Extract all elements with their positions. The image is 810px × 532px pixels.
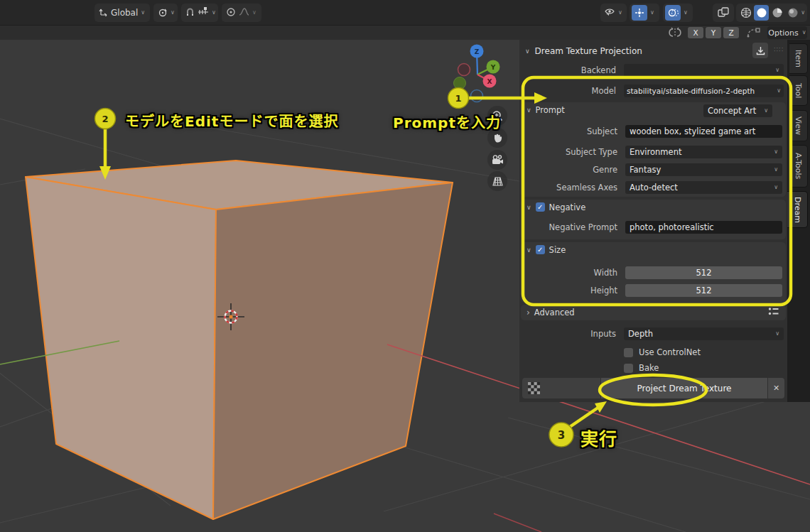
import-prompt-button[interactable]: [752, 43, 768, 58]
genre-label: Genre: [521, 165, 625, 175]
seamless-axes-dropdown[interactable]: Auto-detect ∨: [625, 181, 782, 194]
wireframe-shading-icon[interactable]: [738, 5, 753, 21]
proportional-circle-icon: [226, 7, 236, 19]
advanced-section-title: Advanced: [534, 308, 575, 317]
height-slider[interactable]: 512: [625, 284, 782, 297]
viewport-header: Global ∨ ∨ ∨ ∨ ∨ ∨: [0, 0, 810, 26]
object-visibility-dropdown[interactable]: ∨: [600, 4, 627, 22]
shading-mode-group: ∨: [736, 4, 807, 22]
preset-list-icon[interactable]: [768, 307, 779, 318]
download-icon: [756, 46, 765, 55]
toggle-orthographic-button[interactable]: [487, 171, 507, 191]
close-icon[interactable]: ✕: [768, 378, 784, 398]
inputs-row: Inputs Depth ∨: [519, 327, 787, 341]
bake-checkbox[interactable]: [624, 364, 633, 373]
options-dropdown[interactable]: Options ∨: [767, 26, 807, 39]
subject-type-dropdown[interactable]: Environment ∨: [625, 146, 782, 158]
prompt-section: ∨ Prompt Concept Art ∨ Subject wooden bo…: [521, 102, 786, 197]
proportional-editing-controls[interactable]: ∨: [222, 4, 261, 22]
pivot-point-dropdown[interactable]: ∨: [153, 4, 178, 22]
gizmo-negative-y-ball[interactable]: [454, 77, 466, 89]
options-label: Options: [768, 28, 798, 38]
chevron-down-icon: ∨: [775, 331, 779, 337]
eye-cursor-icon: [605, 7, 615, 18]
chevron-down-icon: ∨: [777, 88, 781, 94]
mirror-z-button[interactable]: Z: [723, 27, 739, 38]
tab-view[interactable]: View: [789, 110, 808, 141]
collapse-chevron-icon[interactable]: ∨: [525, 48, 530, 55]
camera-view-button[interactable]: [487, 150, 507, 170]
inputs-label: Inputs: [519, 329, 624, 339]
height-label: Height: [521, 286, 625, 295]
mirror-x-button[interactable]: X: [688, 27, 703, 38]
negative-section-title: Negative: [549, 202, 586, 212]
size-section: ∨ ✓ Size Width 512 Height 512: [521, 242, 786, 303]
backend-label: Backend: [519, 65, 624, 75]
pan-hand-button[interactable]: [487, 128, 507, 148]
overlays-icon[interactable]: [665, 5, 681, 21]
cube-left-face[interactable]: [26, 177, 216, 519]
rendered-shading-icon[interactable]: [785, 5, 800, 21]
snapping-controls[interactable]: ∨: [181, 4, 218, 22]
cube-right-face[interactable]: [213, 183, 453, 519]
dream-texture-panel: ∨ Dream Texture Projection ········ Back…: [519, 40, 787, 402]
gizmo-icon[interactable]: [632, 5, 647, 21]
mirror-y-button[interactable]: Y: [706, 27, 721, 38]
collapsed-chevron-icon[interactable]: ›: [526, 308, 530, 317]
pivot-icon: [158, 7, 168, 19]
use-controlnet-checkbox[interactable]: [624, 348, 633, 357]
subject-type-label: Subject Type: [521, 147, 625, 157]
collapse-chevron-icon[interactable]: ∨: [526, 107, 531, 114]
chevron-down-icon: ∨: [774, 185, 778, 190]
negative-checkbox[interactable]: ✓: [536, 202, 545, 212]
backend-dropdown[interactable]: ∨: [624, 64, 784, 77]
inputs-dropdown[interactable]: Depth ∨: [624, 327, 784, 340]
chevron-down-icon: ∨: [684, 10, 688, 16]
falloff-curve-icon: [239, 7, 249, 18]
tab-dream[interactable]: Dream: [787, 191, 808, 228]
size-section-title: Size: [549, 245, 566, 255]
gizmo-negative-x-ball[interactable]: [458, 64, 470, 76]
model-dropdown[interactable]: stabilityai/stable-diffusion-2-depth ∨: [624, 85, 784, 97]
collapse-chevron-icon[interactable]: ∨: [526, 246, 531, 254]
run-row: Project Dream Texture ✕: [522, 378, 784, 398]
panel-grip-icon[interactable]: ········: [774, 48, 784, 54]
snap-target-icon: [198, 7, 209, 18]
zoom-button[interactable]: [487, 106, 507, 126]
texture-select-button[interactable]: [522, 378, 600, 398]
gizmo-y-label: Y: [490, 64, 496, 71]
model-row: Model stabilityai/stable-diffusion-2-dep…: [519, 84, 787, 98]
chevron-down-icon: ∨: [764, 108, 768, 114]
sidebar-tab-gutter: Item Tool View A-Tools Dream: [787, 40, 810, 402]
width-slider[interactable]: 512: [625, 266, 782, 279]
prompt-section-title: Prompt: [536, 105, 565, 115]
negative-prompt-input[interactable]: photo, photorealistic: [625, 221, 782, 234]
tab-tool[interactable]: Tool: [789, 75, 808, 106]
gizmo-negative-z-ball[interactable]: [471, 90, 483, 102]
tab-a-tools[interactable]: A-Tools: [789, 145, 808, 188]
snap-base-icon[interactable]: [745, 27, 762, 41]
material-preview-icon[interactable]: [770, 5, 784, 21]
show-overlays-toggle[interactable]: ∨: [663, 4, 693, 22]
chevron-down-icon: ∨: [618, 10, 622, 16]
negative-section: ∨ ✓ Negative Negative Prompt photo, phot…: [521, 200, 786, 239]
tab-item[interactable]: Item: [789, 43, 808, 74]
solid-shading-icon[interactable]: [754, 5, 769, 21]
prompt-preset-dropdown[interactable]: Concept Art ∨: [703, 104, 772, 117]
project-dream-texture-button[interactable]: Project Dream Texture: [601, 378, 767, 398]
transform-orientation-dropdown[interactable]: Global ∨: [94, 4, 150, 22]
chevron-down-icon: ∨: [650, 10, 654, 16]
magnet-icon: [185, 7, 195, 18]
subject-input[interactable]: wooden box, stylized game art: [625, 125, 782, 138]
xray-toggle[interactable]: [713, 4, 734, 22]
collapse-chevron-icon[interactable]: ∨: [526, 204, 531, 211]
genre-dropdown[interactable]: Fantasy ∨: [625, 163, 782, 176]
width-label: Width: [521, 268, 625, 278]
show-gizmo-toggle[interactable]: ∨: [630, 4, 659, 22]
model-label: Model: [519, 86, 624, 96]
cube-mesh[interactable]: [26, 161, 453, 519]
size-checkbox[interactable]: ✓: [536, 245, 545, 254]
navigation-gizmo[interactable]: Z Y X: [448, 41, 507, 109]
chevron-down-icon: ∨: [775, 67, 779, 73]
gizmo-z-label: Z: [475, 48, 480, 55]
